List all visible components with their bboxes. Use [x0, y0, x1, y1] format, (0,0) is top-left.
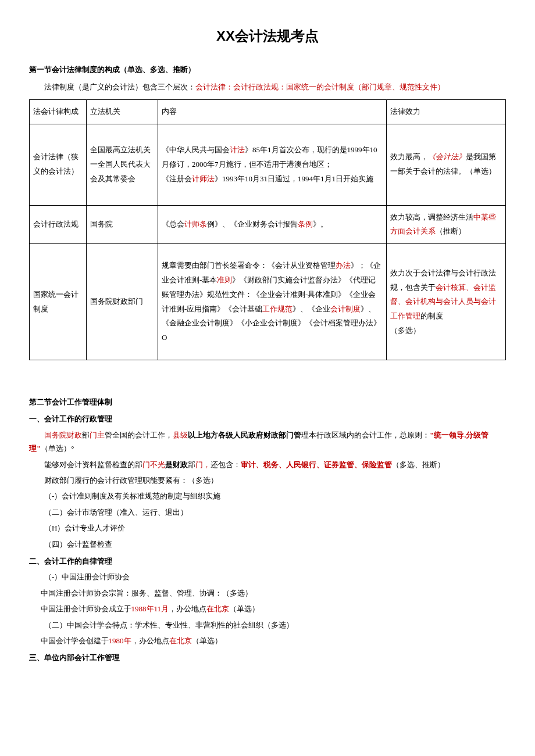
th-authority: 立法机关: [87, 99, 158, 124]
p2r1: 门不光: [142, 460, 165, 469]
p12r2: 在北京: [169, 636, 192, 645]
r1c3br: 计师法: [192, 174, 215, 183]
p10r2: 在北京: [206, 604, 229, 613]
r3c4c: （多选）: [390, 326, 420, 335]
r1c3b: 《注册会: [162, 174, 192, 183]
intro-pre: 法律制度（是广义的会计法）包含三个层次：: [44, 83, 195, 91]
p2: 能够对会计资料监督检查的部门不光是财政部门，还包含：审计、税务、人民银行、证券监…: [29, 458, 506, 471]
p4: （-）会计准则制度及有关标准规范的制定与组织实施: [29, 489, 506, 503]
r2c3a3: 》。: [313, 220, 328, 228]
p10r1: 1988年11月: [131, 604, 169, 613]
p2bold: 是财政: [165, 460, 188, 469]
p11: （二）中国会计学会特点：学术性、专业性、非营利性的社会组织（多选）: [29, 618, 506, 632]
r1c3a: 《中华人民共与国会: [162, 145, 230, 154]
p2a: 能够对会计资料监督检查的部: [44, 460, 142, 469]
p2d: （多选、推断）: [392, 460, 445, 469]
p9: 中国注册会计师协会宗旨：服务、监督、管理、协调：（多选）: [29, 586, 506, 600]
intro-red: 会计法律：会计行政法规：国家统一的会计制度（部门规章、规范性文件）: [195, 83, 445, 91]
sub3: 三、单位内部会计工作管理: [29, 651, 506, 664]
p12r1: 1980年: [109, 636, 131, 645]
p10b: ，办公地点: [169, 604, 206, 613]
p5: （二）会计市场管理（准入、运行、退出）: [29, 506, 506, 519]
r1c4: 效力最高，《会计法》是我国第一部关于会计的法律。（单选）: [387, 124, 506, 205]
r2c4b: （推断）: [436, 227, 466, 235]
r2c3a: 《总会: [162, 220, 184, 228]
p1a: 部: [82, 431, 90, 439]
r3c3r3: 工作规范: [262, 304, 293, 313]
r2c3ar2: 条例: [298, 220, 313, 228]
table-row: 会计法律（狭义的会计法） 全国最高立法机关 一全国人民代表大会及其常委会 《中华…: [30, 124, 506, 205]
p1: 国务院财政部门主管全国的会计工作，县级以上地方各级人民政府财政部门管理本行政区域…: [29, 428, 506, 456]
r1c2: 全国最高立法机关 一全国人民代表大会及其常委会: [87, 124, 158, 205]
r2c2: 国务院: [87, 205, 158, 243]
r1c2b: 一全国人民代表大会及其常委会: [90, 160, 151, 183]
r3c1: 国家统一会计制度: [30, 244, 87, 360]
table-row: 国家统一会计制度 国务院财政部门 规章需要由部门首长签署命令：《会计从业资格管理…: [30, 244, 506, 360]
p12: 中国会计学会创建于1980年，办公地点在北京（单选）: [29, 634, 506, 647]
th-content: 内容: [158, 99, 387, 124]
p10a: 中国注册会计师协会成立于: [41, 604, 131, 613]
r3c2: 国务院财政部门: [87, 244, 158, 360]
p10: 中国注册会计师协会成立于1988年11月，办公地点在北京（单选）: [29, 602, 506, 615]
r3c3: 规章需要由部门首长签署命令：《会计从业资格管理办法》；《企业会计准则-基本准则》…: [158, 244, 387, 360]
r3c3r2: 准则: [217, 275, 232, 284]
p1d: （单选）°: [41, 444, 74, 453]
p1c: 理本行政区域内的会计工作，总原则：: [301, 431, 430, 439]
r2c3ar: 计师条: [184, 220, 207, 228]
r2c3a2: 例》、《企业财务会计报告: [207, 220, 298, 228]
sub2: 二、会计工作的自律管理: [29, 554, 506, 568]
p2c: 还包含：: [211, 460, 241, 469]
r3c3r4: 会计制度: [330, 304, 361, 313]
r2c4a: 效力较高，调整经济生活: [390, 213, 473, 221]
r3c4: 效力次于会计法律与会计行政法规，包含关于会计核算、会计监督、会计机构与会计人员与…: [387, 244, 506, 360]
p12a: 中国会计学会创建于: [41, 636, 109, 645]
section2-heading: 第二节会计工作管理体制: [29, 395, 506, 409]
p2b: 部: [188, 460, 195, 469]
table-row: 会计行政法规 国务院 《总会计师条例》、《企业财务会计报告条例》。 效力较高，调…: [30, 205, 506, 243]
r3c3a: 规章需要由部门首长签署命令：《会计从业资格管理: [162, 261, 336, 270]
sub1: 一、会计工作的行政管理: [29, 412, 506, 425]
p3: 财政部门履行的会计行政管理职能要紧有：（多选）: [29, 474, 506, 487]
p12c: （单选）: [192, 636, 222, 645]
p2r3: 审计、税务、人民银行、证券监管、保险监管: [241, 460, 392, 469]
r1c3ar: 计法: [230, 145, 245, 154]
p1bold: 以上地方各级人民政府财政部门管: [188, 431, 301, 439]
p1r1: 国务院财政: [44, 431, 82, 439]
r2c3: 《总会计师条例》、《企业财务会计报告条例》。: [158, 205, 387, 243]
r3c3d: 》、《企业: [293, 304, 330, 313]
r1c4r: 《会计法》: [428, 152, 466, 161]
r2c1: 会计行政法规: [30, 205, 87, 243]
p10c: （单选）: [229, 604, 259, 613]
section1-intro: 法律制度（是广义的会计法）包含三个层次：会计法律：会计行政法规：国家统一的会计制…: [29, 80, 506, 94]
p7: （四）会计监督检查: [29, 538, 506, 551]
r3c3r1: 办法: [336, 261, 351, 270]
r1c3: 《中华人民共与国会计法》85年1月首次公布，现行的是1999年10月修订，200…: [158, 124, 387, 205]
r1c4a: 效力最高，: [390, 152, 428, 161]
law-table: 法会计律构成 立法机关 内容 法律效力 会计法律（狭义的会计法） 全国最高立法机…: [29, 99, 506, 360]
p1b: 管全国的会计工作，: [105, 431, 173, 439]
p2r2: 门，: [195, 460, 211, 469]
p8: （-）中国注册会计师协会: [29, 570, 506, 583]
th-effect: 法律效力: [387, 99, 506, 124]
r1c3b2: 》1993年10月31日通过，1994年1月1日开始实施: [215, 174, 373, 183]
section1-heading: 第一节会计法律制度的构成（单选、多选、推断）: [29, 63, 506, 76]
p12b: ，办公地点: [131, 636, 169, 645]
page-title: XX会计法规考点: [29, 23, 506, 48]
p1r2: 门主: [90, 431, 105, 439]
th-composition: 法会计律构成: [30, 99, 87, 124]
r3c4b: 的制度: [420, 311, 443, 320]
p6: （H）会计专业人才评价: [29, 521, 506, 535]
p1r3: 县级: [173, 431, 188, 439]
r1c2a: 全国最高立法机关: [90, 145, 151, 154]
r2c4: 效力较高，调整经济生活中某些方面会计关系（推断）: [387, 205, 506, 243]
r1c1: 会计法律（狭义的会计法）: [30, 124, 87, 205]
table-header-row: 法会计律构成 立法机关 内容 法律效力: [30, 99, 506, 124]
